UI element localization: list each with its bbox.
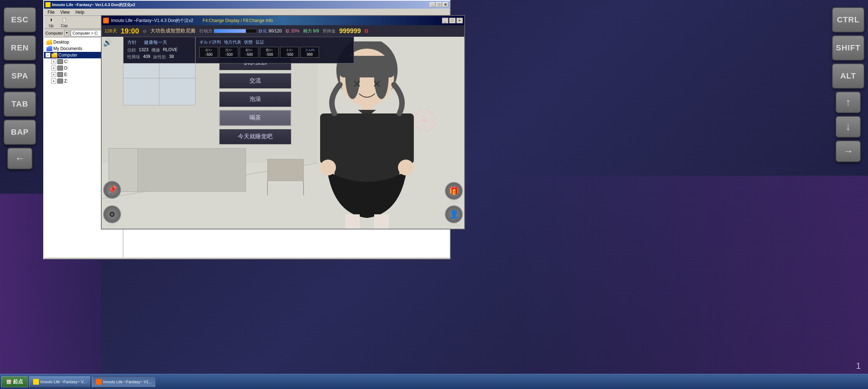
svg-rect-23 [374, 214, 389, 229]
right-arrow-key[interactable]: → [836, 140, 861, 162]
game-minimize-button[interactable]: _ [442, 18, 448, 23]
close-button[interactable]: ✕ [443, 2, 448, 7]
guild-stats-row: 攻S+ ↑500 技S+ ↑500 耐S+ ↑500 魔S+ [199, 47, 350, 58]
policy-title: 方针 健康每一天 [127, 39, 191, 46]
explorer-titlebar: Imouto Life ~Fantasy~ Ver1.4.3 Don的汉化v2 … [44, 1, 450, 9]
stat-panels: 方针 健康每一天 信頼 1323 機嫌 RLOVE 性興味 409 妹性欲 [112, 37, 354, 63]
game-title: Imouto Life ~Fantasy~V1.4.3 Don的个汉v2 [111, 18, 193, 24]
file-menu[interactable]: File [45, 9, 57, 15]
notice-button[interactable]: 📌 お知らせ [103, 181, 121, 204]
address-label: Computer [45, 31, 63, 35]
taskbar-game-icon [96, 379, 102, 385]
spa-key[interactable]: SPA [4, 63, 36, 89]
guild-stat-3: 魔S+ ↑500 [260, 47, 279, 58]
c-drive-expander[interactable]: + [51, 59, 56, 64]
copy-label: Cop [61, 24, 67, 28]
game-desire: 欲 20% [285, 28, 300, 34]
item-label: ITEM [449, 200, 458, 204]
action-tea[interactable]: 喝茶 [219, 110, 291, 126]
status-label: STATUS [447, 223, 461, 227]
game-title-icon: I [103, 18, 109, 23]
desktop-folder-icon [46, 40, 52, 45]
maximize-button[interactable]: □ [436, 2, 442, 7]
game-bottom-controls-left: 📌 お知らせ ⚙ SAVE [102, 179, 123, 229]
guild-title-row: ギルド評判 地方代表 状態 征証 [199, 39, 350, 45]
save-icon: ⚙ [103, 205, 121, 223]
policy-trust-row: 信頼 1323 機嫌 RLOVE [127, 47, 191, 53]
d-drive-expander[interactable]: + [51, 66, 56, 71]
character-sprite [298, 41, 435, 229]
policy-sex-row: 性興味 409 妹性欲 38 [127, 54, 191, 60]
ap-change: 妖化 [258, 28, 267, 34]
d-drive-icon [57, 66, 63, 71]
esc-key[interactable]: ESC [4, 7, 36, 32]
help-menu[interactable]: Help [73, 9, 87, 15]
time-separator: ⊖ [143, 28, 147, 34]
game-title-controls: _ □ ✕ [442, 18, 463, 23]
save-label: SAVE [107, 223, 117, 227]
computer-expander[interactable]: − [45, 53, 50, 58]
guild-stat-1: 技S+ ↑500 [220, 47, 238, 58]
game-statusbar: 126天 19:00 ⊖ 大功告成智慧欧尼酱 行动力 妖化 90/120 欲 2… [102, 25, 464, 37]
up-button[interactable]: ⬆ Up [45, 16, 57, 29]
action-chat[interactable]: 交流 [219, 73, 291, 89]
explorer-titlebar-icon [45, 2, 50, 7]
action-sleep[interactable]: 今天就睡觉吧 [219, 129, 291, 144]
item-icon: 🎁 [445, 182, 463, 200]
game-maximize-button[interactable]: □ [449, 18, 456, 23]
game-gold: 999999 [339, 27, 361, 35]
gold-unit: G [364, 28, 368, 34]
explorer-title-group: Imouto Life ~Fantasy~ Ver1.4.3 Don的汉化v2 [45, 2, 135, 8]
start-button[interactable]: 🪟 起点 [1, 376, 28, 387]
status-button[interactable]: 👤 STATUS [445, 205, 463, 227]
taskbar-explorer-icon [33, 379, 39, 385]
guild-stat-5: スルPt 999 [300, 47, 319, 58]
action-bath[interactable]: 泡澡 [219, 91, 291, 107]
game-time: 19:00 [121, 27, 139, 35]
ctrl-key[interactable]: CTRL [832, 7, 864, 32]
svg-point-19 [320, 160, 336, 175]
left-keyboard: ESC REN SPA TAB BAP ← [0, 7, 40, 169]
notice-label: お知らせ [105, 199, 119, 204]
mydocuments-folder-icon [46, 46, 52, 51]
notice-icon: 📌 [103, 181, 121, 199]
taskbar: 🪟 起点 Imouto Life ~Fantasy~ V... Imouto L… [0, 374, 868, 389]
game-day: 126天 [105, 28, 117, 34]
status-icon-btn: 👤 [445, 205, 463, 223]
svg-point-21 [398, 160, 414, 175]
copy-icon: 📋 [61, 17, 67, 23]
game-objective: 大功告成智慧欧尼酱 [150, 28, 196, 34]
game-ap-container: 行动力 妖化 90/120 [199, 28, 282, 34]
view-menu[interactable]: View [58, 9, 72, 15]
minimize-button[interactable]: _ [430, 2, 435, 7]
taskbar-item-game[interactable]: Imouto Life ~Fantasy~ V1... [92, 376, 156, 387]
alt-key[interactable]: ALT [832, 63, 864, 89]
up-arrow-key[interactable]: ↑ [836, 91, 861, 113]
z-drive-expander[interactable]: + [51, 79, 56, 84]
sound-icon[interactable]: 🔊 [103, 38, 112, 47]
e-drive-expander[interactable]: + [51, 72, 56, 77]
svg-rect-8 [267, 159, 304, 181]
left-arrow-key[interactable]: ← [7, 148, 32, 169]
item-button[interactable]: 🎁 ITEM [445, 182, 463, 204]
game-title-group: I Imouto Life ~Fantasy~V1.4.3 Don的个汉v2 F… [103, 18, 273, 24]
shift-key[interactable]: SHIFT [832, 35, 864, 61]
game-window: I Imouto Life ~Fantasy~V1.4.3 Don的个汉v2 F… [101, 15, 465, 229]
taskbar-item-explorer[interactable]: Imouto Life ~Fantasy~ V... [29, 376, 90, 387]
ren-key[interactable]: REN [4, 35, 36, 61]
copy-button[interactable]: 📋 Cop [58, 16, 70, 29]
z-drive-icon [57, 79, 63, 84]
game-close-button[interactable]: ✕ [456, 18, 463, 23]
action-menu: 肌肤接触 交流 泡澡 喝茶 今天就睡觉吧 [219, 55, 291, 144]
save-button[interactable]: ⚙ SAVE [103, 205, 121, 227]
tab-key[interactable]: TAB [4, 91, 36, 117]
down-arrow-key[interactable]: ↓ [836, 116, 861, 138]
bap-key[interactable]: BAP [4, 120, 36, 145]
game-scene: 肌肤接触 交流 泡澡 喝茶 今天就睡觉吧 🔊 [102, 37, 464, 229]
game-subtitle: F4:Change Display / F8:Change Info [203, 18, 273, 23]
guild-stat-2: 耐S+ ↑500 [240, 47, 258, 58]
address-dropdown[interactable]: ▼ [64, 30, 69, 36]
underwear-hint[interactable]: ♡P♡ [414, 110, 435, 131]
policy-panel: 方针 健康每一天 信頼 1323 機嫌 RLOVE 性興味 409 妹性欲 [123, 37, 195, 63]
game-main-area: 肌肤接触 交流 泡澡 喝茶 今天就睡觉吧 🔊 [102, 37, 464, 229]
